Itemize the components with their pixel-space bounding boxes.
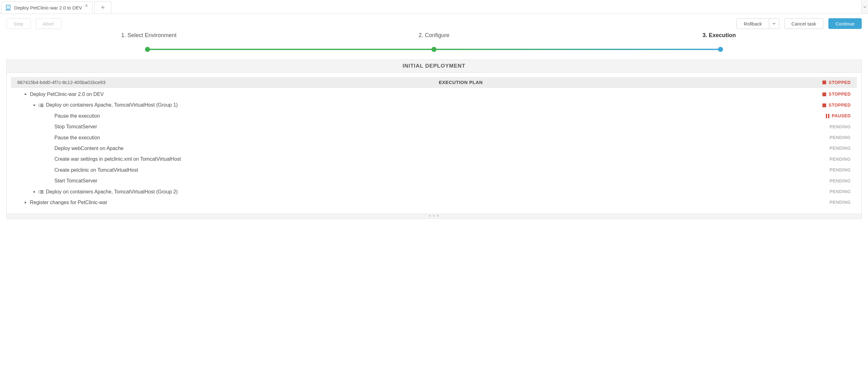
deployment-panel: INITIAL DEPLOYMENT 687415b4-b4d0-4f7c-8c…: [6, 59, 862, 219]
task-row[interactable]: Deploy webContent on ApachePENDING: [11, 143, 857, 154]
stop-button[interactable]: Stop: [6, 18, 31, 29]
task-status: PENDING: [816, 167, 851, 173]
wizard-track: [6, 46, 862, 53]
task-status: PENDING: [816, 134, 851, 141]
wizard-node-3: [718, 47, 723, 52]
abort-button[interactable]: Abort: [35, 18, 61, 29]
tab-overflow-button[interactable]: [861, 0, 868, 13]
task-status: PENDING: [816, 145, 851, 152]
task-status: PENDING: [816, 156, 851, 163]
execution-plan-header: 687415b4-b4d0-4f7c-8c12-405ba01bce93 EXE…: [11, 77, 857, 88]
stop-icon: [823, 81, 826, 84]
task-row[interactable]: Deploy on containers Apache, TomcatVirtu…: [11, 186, 857, 197]
task-tree: Deploy PetClinic-war 2.0 on DEVSTOPPEDDe…: [7, 88, 861, 214]
tree-caret-icon[interactable]: [32, 103, 36, 107]
wizard-step-2-label: 2. Configure: [418, 32, 450, 39]
task-label: Create war settings in petclinic.xml on …: [54, 156, 181, 163]
task-label: Pause the execution: [54, 113, 100, 120]
task-row[interactable]: Start TomcatServerPENDING: [11, 176, 857, 186]
task-label: Deploy on containers Apache, TomcatVirtu…: [46, 101, 178, 109]
task-status: PENDING: [816, 178, 851, 184]
task-label: Create petclinic on TomcatVirtualHost: [54, 167, 138, 174]
wizard-step-3-label: 3. Execution: [703, 32, 736, 39]
plan-id: 687415b4-b4d0-4f7c-8c12-405ba01bce93: [17, 80, 105, 85]
chevron-down-icon: [772, 22, 776, 25]
panel-title: INITIAL DEPLOYMENT: [7, 60, 861, 73]
tree-caret-icon[interactable]: [24, 201, 27, 205]
task-row[interactable]: Create war settings in petclinic.xml on …: [11, 154, 857, 164]
rollback-button[interactable]: Rollback: [737, 18, 769, 29]
group-icon: [39, 104, 43, 107]
tab-add-button[interactable]: +: [94, 1, 111, 13]
wizard-node-2: [432, 47, 436, 52]
stop-icon: [823, 103, 826, 107]
chevron-down-icon: [863, 5, 866, 8]
wizard-step-1-label: 1. Select Environment: [121, 32, 177, 39]
action-toolbar: Stop Abort Rollback Cancel task Continue: [0, 14, 868, 31]
task-label: Pause the execution: [54, 134, 100, 141]
task-label: Deploy webContent on Apache: [54, 145, 124, 152]
task-status: PENDING: [816, 189, 851, 195]
deploy-package-icon: [5, 4, 12, 11]
tab-title: Deploy PetClinic-war 2.0 to DEV: [14, 5, 82, 10]
task-row[interactable]: Create petclinic on TomcatVirtualHostPEN…: [11, 165, 857, 176]
task-status: STOPPED: [816, 102, 851, 109]
task-label: Register changes for PetClinic-war: [30, 199, 107, 206]
tab-bar: Deploy PetClinic-war 2.0 to DEV ✕ +: [0, 0, 868, 14]
pause-icon: [826, 114, 829, 118]
task-label: Start TomcatServer: [54, 177, 97, 184]
cancel-task-button[interactable]: Cancel task: [784, 18, 823, 29]
task-label: Deploy PetClinic-war 2.0 on DEV: [30, 91, 104, 98]
task-row[interactable]: Deploy PetClinic-war 2.0 on DEVSTOPPED: [11, 89, 857, 100]
task-row[interactable]: Register changes for PetClinic-warPENDIN…: [11, 197, 857, 208]
tab-deploy[interactable]: Deploy PetClinic-war 2.0 to DEV ✕: [1, 1, 92, 13]
task-status: PENDING: [816, 124, 851, 130]
task-row[interactable]: Pause the executionPENDING: [11, 132, 857, 143]
task-row[interactable]: Pause the executionPAUSED: [11, 111, 857, 121]
wizard-node-1: [145, 47, 150, 52]
task-row[interactable]: Deploy on containers Apache, TomcatVirtu…: [11, 100, 857, 111]
task-label: Deploy on containers Apache, TomcatVirtu…: [46, 188, 178, 195]
plan-status: STOPPED: [816, 80, 851, 85]
task-label: Stop TomcatServer: [54, 123, 97, 130]
stop-icon: [823, 92, 826, 96]
tab-close-icon[interactable]: ✕: [85, 3, 88, 8]
tree-caret-icon[interactable]: [24, 92, 27, 96]
rollback-group: Rollback: [737, 18, 779, 29]
task-status: PAUSED: [816, 113, 851, 119]
wizard-progress: 1. Select Environment 2. Configure 3. Ex…: [0, 32, 868, 42]
rollback-caret-button[interactable]: [769, 18, 779, 29]
plan-label: EXECUTION PLAN: [105, 80, 816, 85]
task-status: STOPPED: [816, 91, 851, 97]
task-row[interactable]: Stop TomcatServerPENDING: [11, 121, 857, 132]
group-icon: [39, 190, 43, 193]
svg-rect-0: [6, 5, 10, 8]
tree-caret-icon[interactable]: [32, 190, 36, 194]
task-status: PENDING: [816, 200, 851, 206]
panel-resize-handle[interactable]: ● ● ●: [7, 214, 861, 219]
continue-button[interactable]: Continue: [828, 18, 862, 29]
